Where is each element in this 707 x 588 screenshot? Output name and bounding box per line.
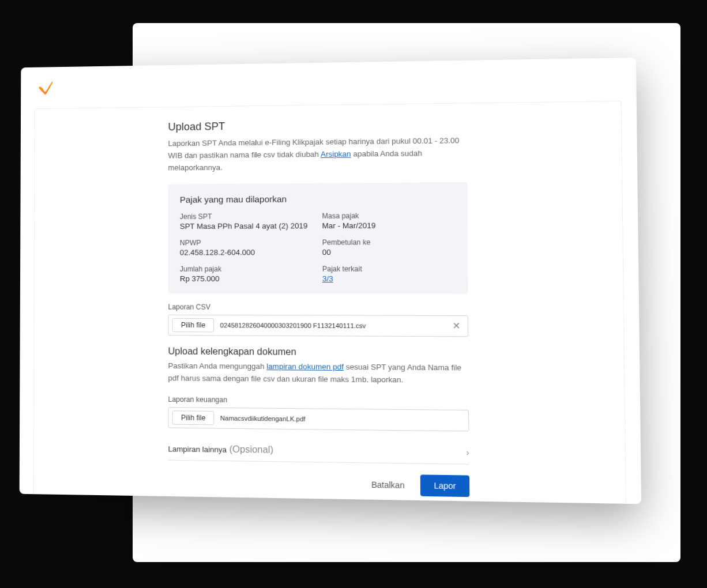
csv-clear-icon[interactable]: ✕ (450, 322, 462, 331)
lampiran-pdf-link[interactable]: lampiran dokumen pdf (266, 362, 344, 371)
pajak-terkait-link[interactable]: 3/3 (322, 274, 456, 283)
submit-button[interactable]: Lapor (420, 474, 469, 497)
lk-label: Laporan keuangan (168, 395, 469, 406)
csv-filename: 0245812826040000303201900 F1132140111.cs… (220, 322, 450, 330)
archive-link[interactable]: Arsipkan (321, 149, 351, 159)
npwp-field: NPWP 02.458.128.2-604.000 (180, 239, 310, 257)
docs-desc: Pastikan Anda mengunggah lampiran dokume… (168, 360, 468, 387)
content-panel: Upload SPT Laporkan SPT Anda melalui e-F… (33, 101, 626, 504)
lk-pick-button[interactable]: Pilih file (172, 410, 215, 425)
jumlah-pajak-field: Jumlah pajak Rp 375.000 (180, 265, 310, 284)
app-logo (37, 80, 54, 98)
lampiran-lainnya-toggle[interactable]: Lampiran lainnya (Opsional) › (168, 439, 469, 465)
page-subtitle: Laporkan SPT Anda melalui e-Filing Klikp… (168, 135, 467, 174)
lk-filename: NamacsvdiikutidenganLK.pdf (220, 414, 464, 424)
lampiran-optional: (Opsional) (230, 444, 273, 454)
chevron-right-icon: › (467, 448, 469, 458)
page-title: Upload SPT (168, 118, 467, 133)
masa-pajak-field: Masa pajak Mar - Mar/2019 (322, 212, 455, 231)
lampiran-label: Lampiran lainnya (168, 444, 227, 454)
lk-file-input: Pilih file NamacsvdiikutidenganLK.pdf (168, 407, 469, 431)
jenis-spt-field: Jenis SPT SPT Masa PPh Pasal 4 ayat (2) … (180, 212, 310, 231)
docs-title: Upload kelengkapan dokumen (168, 346, 468, 359)
action-bar: Batalkan Lapor (168, 471, 469, 497)
csv-pick-button[interactable]: Pilih file (172, 318, 215, 333)
cancel-button[interactable]: Batalkan (366, 474, 409, 496)
main-window: Upload SPT Laporkan SPT Anda melalui e-F… (20, 58, 641, 504)
tax-info-box: Pajak yang mau dilaporkan Jenis SPT SPT … (168, 182, 468, 294)
csv-label: Laporan CSV (168, 303, 468, 312)
pajak-terkait-field: Pajak terkait 3/3 (322, 265, 456, 284)
info-box-title: Pajak yang mau dilaporkan (180, 193, 455, 205)
csv-file-input: Pilih file 0245812826040000303201900 F11… (168, 315, 468, 337)
pembetulan-field: Pembetulan ke 00 (322, 238, 456, 257)
